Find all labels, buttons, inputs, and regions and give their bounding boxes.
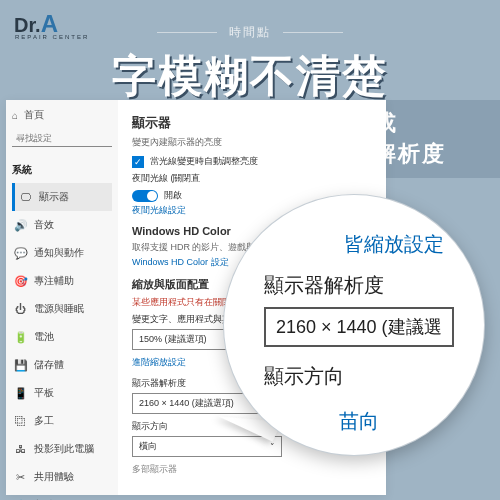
sidebar-item-label: 多工 bbox=[34, 414, 54, 428]
sidebar-item-share[interactable]: ✂共用體驗 bbox=[12, 463, 112, 491]
main-title: 字模糊不清楚 bbox=[0, 47, 500, 106]
sidebar-item-icon: 💬 bbox=[14, 247, 26, 260]
mag-resolution-value: 2160 × 1440 (建議選 bbox=[276, 317, 442, 337]
sidebar-list: 🖵顯示器🔊音效💬通知與動作🎯專注輔助⏻電源與睡眠🔋電池💾儲存體📱平板⿻多工🖧投影… bbox=[12, 183, 112, 500]
sidebar-home-label: 首頁 bbox=[24, 108, 44, 122]
sidebar-item-icon: 💾 bbox=[14, 359, 26, 372]
sidebar-item-project[interactable]: 🖧投影到此電腦 bbox=[12, 435, 112, 463]
toggle-state-label: 開啟 bbox=[164, 189, 182, 202]
sidebar-item-clipboard[interactable]: 📋剪貼簿 bbox=[12, 491, 112, 500]
sidebar-item-label: 顯示器 bbox=[39, 190, 69, 204]
sidebar-home[interactable]: ⌂ 首頁 bbox=[12, 108, 112, 122]
resolution-value: 2160 × 1440 (建議選項) bbox=[139, 397, 234, 410]
sidebar-item-icon: ⏻ bbox=[14, 303, 26, 315]
sidebar-category: 系統 bbox=[12, 163, 112, 177]
sidebar-item-label: 電池 bbox=[34, 330, 54, 344]
heading-block: 時間點 字模糊不清楚 bbox=[0, 24, 500, 106]
sidebar-item-battery[interactable]: 🔋電池 bbox=[12, 323, 112, 351]
orientation-value: 橫向 bbox=[139, 440, 157, 453]
search-input[interactable] bbox=[12, 130, 112, 147]
sidebar-item-tablet[interactable]: 📱平板 bbox=[12, 379, 112, 407]
sidebar-item-notifications[interactable]: 💬通知與動作 bbox=[12, 239, 112, 267]
orientation-dropdown[interactable]: 橫向 ˅ bbox=[132, 436, 282, 457]
night-light-label: 夜間光線 (關閉直 bbox=[132, 172, 372, 185]
scale-value: 150% (建議選項) bbox=[139, 333, 207, 346]
mag-scaling-link: 皆縮放設定 bbox=[264, 231, 454, 258]
sidebar-item-label: 投影到此電腦 bbox=[34, 442, 94, 456]
sidebar-item-icon: ✂ bbox=[14, 471, 26, 484]
sidebar-item-label: 電源與睡眠 bbox=[34, 302, 84, 316]
checkbox-icon: ✓ bbox=[132, 156, 144, 168]
auto-brightness-label: 當光線變更時自動調整亮度 bbox=[150, 155, 258, 168]
sidebar-item-multitask[interactable]: ⿻多工 bbox=[12, 407, 112, 435]
sidebar-item-power[interactable]: ⏻電源與睡眠 bbox=[12, 295, 112, 323]
sidebar-item-icon: 🔊 bbox=[14, 219, 26, 232]
toggle-icon bbox=[132, 190, 158, 202]
sidebar-item-icon: 🔋 bbox=[14, 331, 26, 344]
sidebar-item-display[interactable]: 🖵顯示器 bbox=[12, 183, 112, 211]
mag-resolution-label: 顯示器解析度 bbox=[264, 272, 454, 299]
sidebar-item-label: 平板 bbox=[34, 386, 54, 400]
sidebar-item-label: 共用體驗 bbox=[34, 470, 74, 484]
sidebar-item-focus[interactable]: 🎯專注輔助 bbox=[12, 267, 112, 295]
section-display-title: 顯示器 bbox=[132, 114, 372, 132]
brightness-label: 變更內建顯示器的亮度 bbox=[132, 136, 372, 149]
sidebar-item-icon: ⿻ bbox=[14, 415, 26, 427]
home-icon: ⌂ bbox=[12, 110, 18, 121]
sidebar-item-icon: 🎯 bbox=[14, 275, 26, 288]
mag-orientation-cut: 苗向 bbox=[264, 408, 454, 435]
sidebar-item-icon: 🖧 bbox=[14, 443, 26, 455]
mag-resolution-dropdown[interactable]: 2160 × 1440 (建議選 bbox=[264, 307, 454, 347]
auto-brightness-checkbox[interactable]: ✓ 當光線變更時自動調整亮度 bbox=[132, 155, 372, 168]
sidebar-item-icon: 🖵 bbox=[19, 191, 31, 203]
magnifier-lens: 皆縮放設定 顯示器解析度 2160 × 1440 (建議選 顯示方向 苗向 bbox=[224, 195, 484, 455]
mag-orientation-label: 顯示方向 bbox=[264, 363, 454, 390]
sidebar-item-label: 專注輔助 bbox=[34, 274, 74, 288]
sidebar-item-storage[interactable]: 💾儲存體 bbox=[12, 351, 112, 379]
chevron-down-icon: ˅ bbox=[270, 442, 275, 452]
sidebar-item-label: 通知與動作 bbox=[34, 246, 84, 260]
sidebar-item-label: 儲存體 bbox=[34, 358, 64, 372]
multi-display-link[interactable]: 多部顯示器 bbox=[132, 463, 372, 476]
sidebar-item-sound[interactable]: 🔊音效 bbox=[12, 211, 112, 239]
sidebar-item-icon: 📱 bbox=[14, 387, 26, 400]
sidebar-item-label: 音效 bbox=[34, 218, 54, 232]
settings-sidebar: ⌂ 首頁 系統 🖵顯示器🔊音效💬通知與動作🎯專注輔助⏻電源與睡眠🔋電池💾儲存體📱… bbox=[6, 100, 118, 495]
time-label: 時間點 bbox=[0, 24, 500, 41]
